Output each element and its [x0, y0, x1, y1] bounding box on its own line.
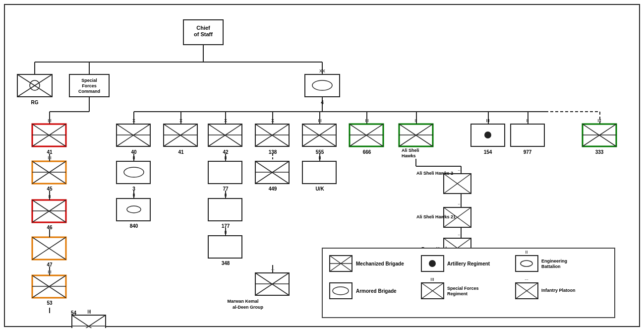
svg-text:Hawks: Hawks — [402, 153, 416, 158]
svg-text:Ali Sheli Hawks 2: Ali Sheli Hawks 2 — [416, 171, 453, 176]
svg-text:666: 666 — [363, 149, 371, 155]
svg-text:Ali Sheli: Ali Sheli — [402, 148, 419, 153]
svg-text:III: III — [597, 118, 601, 123]
svg-rect-63 — [305, 74, 340, 97]
svg-text:U/K: U/K — [315, 186, 324, 192]
svg-text:···: ··· — [271, 267, 275, 272]
svg-text:154: 154 — [484, 149, 492, 155]
svg-rect-82 — [117, 199, 150, 221]
svg-text:III: III — [318, 118, 322, 123]
org-chart-svg: Chief of Staff RG Special Forces Command — [5, 5, 641, 328]
svg-point-203 — [429, 260, 436, 267]
svg-point-174 — [484, 132, 491, 138]
svg-text:Battalion: Battalion — [541, 264, 561, 269]
svg-text:II: II — [132, 155, 135, 160]
svg-text:II: II — [224, 155, 227, 160]
svg-text:977: 977 — [524, 149, 532, 155]
svg-text:X: X — [271, 118, 274, 123]
svg-text:III: III — [365, 118, 369, 123]
svg-text:Chief: Chief — [196, 25, 210, 31]
svg-text:III: III — [87, 309, 91, 314]
svg-text:41: 41 — [178, 149, 184, 155]
chart-border: Chief of Staff RG Special Forces Command — [4, 4, 640, 327]
svg-rect-102 — [208, 161, 242, 184]
svg-text:Ali Sheli Hawks 21: Ali Sheli Hawks 21 — [416, 214, 456, 219]
svg-text:II: II — [224, 230, 227, 235]
svg-text:of Staff: of Staff — [194, 31, 213, 37]
svg-text:Command: Command — [78, 89, 100, 94]
svg-rect-134 — [302, 161, 336, 184]
svg-text:al-Deen Group: al-Deen Group — [233, 305, 264, 310]
svg-text:II: II — [525, 250, 527, 255]
svg-text:III: III — [486, 118, 490, 123]
svg-text:···: ··· — [458, 168, 462, 173]
svg-text:X: X — [224, 118, 227, 123]
svg-text:II: II — [526, 118, 528, 123]
svg-text:Special: Special — [81, 78, 97, 83]
svg-rect-196 — [322, 248, 615, 318]
unit-54-label: 54 — [71, 310, 76, 316]
svg-text:Regiment: Regiment — [447, 291, 468, 296]
svg-text:Forces: Forces — [82, 83, 97, 88]
svg-rect-178 — [511, 124, 544, 146]
svg-text:348: 348 — [222, 261, 230, 266]
svg-text:XX: XX — [319, 68, 325, 73]
svg-text:Armored Brigade: Armored Brigade — [356, 288, 397, 294]
svg-text:II: II — [224, 193, 227, 198]
svg-text:III: III — [430, 277, 434, 282]
svg-text:Mechanized Brigade: Mechanized Brigade — [356, 261, 404, 266]
svg-text:449: 449 — [269, 186, 277, 192]
svg-text:333: 333 — [595, 149, 604, 155]
svg-rect-110 — [208, 236, 242, 258]
svg-rect-106 — [208, 199, 242, 221]
svg-text:II: II — [414, 118, 417, 123]
svg-text:II: II — [132, 193, 135, 198]
svg-text:Artillery Regiment: Artillery Regiment — [447, 261, 490, 266]
svg-rect-78 — [117, 161, 150, 184]
svg-text:Engineering: Engineering — [541, 259, 567, 264]
svg-text:X: X — [132, 118, 135, 123]
svg-text:Marwan Kemal: Marwan Kemal — [227, 299, 258, 304]
svg-text:II: II — [318, 155, 321, 160]
svg-text:840: 840 — [130, 223, 138, 229]
svg-text:Special Forces: Special Forces — [447, 286, 479, 291]
svg-rect-205 — [516, 256, 538, 271]
svg-text:RG: RG — [31, 100, 39, 105]
svg-text:Infantry Platoon: Infantry Platoon — [541, 288, 576, 293]
svg-text:53: 53 — [47, 300, 53, 306]
svg-text:···: ··· — [525, 277, 528, 282]
svg-text:X: X — [179, 118, 182, 123]
svg-text:III: III — [48, 118, 52, 123]
